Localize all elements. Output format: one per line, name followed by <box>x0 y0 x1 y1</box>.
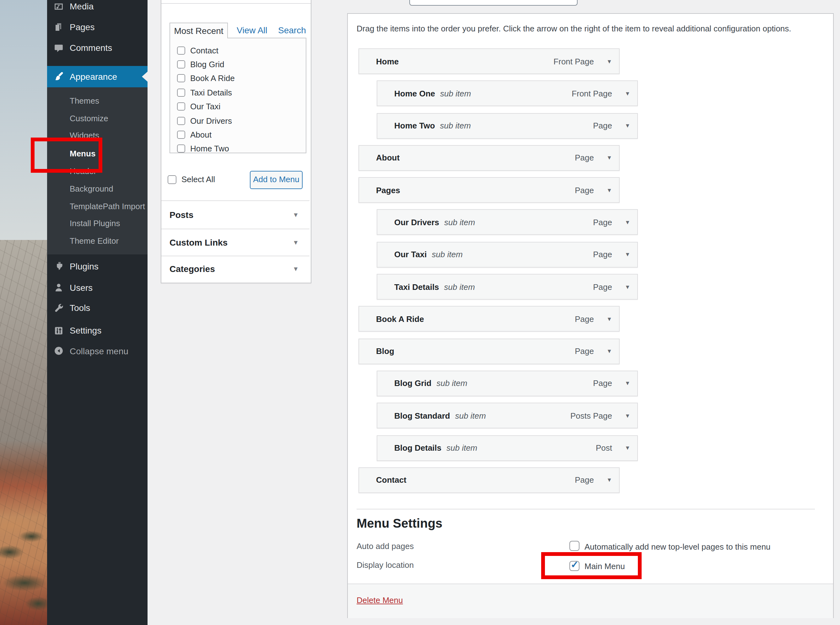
menu-item-label: Home Two sub item <box>394 121 471 131</box>
chevron-down-icon[interactable]: ▼ <box>625 219 630 225</box>
menu-item-type: Page <box>575 347 594 356</box>
auto-add-pages-label: Auto add pages <box>356 541 414 551</box>
delete-menu-link[interactable]: Delete Menu <box>356 595 403 605</box>
select-all-checkbox[interactable] <box>167 175 177 184</box>
menu-item-type: Page <box>593 218 612 227</box>
chevron-down-icon[interactable]: ▼ <box>625 90 630 97</box>
page-checkbox[interactable] <box>177 103 185 111</box>
sidebar-item-background[interactable]: Background <box>47 180 147 198</box>
accordion-posts[interactable]: Posts ▼ <box>161 201 310 228</box>
chevron-down-icon[interactable]: ▼ <box>606 187 612 193</box>
menu-item-bar[interactable]: Blog Page ▼ <box>358 338 620 364</box>
menu-items-list: Home Front Page ▼ Home One sub item Fron… <box>358 48 647 499</box>
page-checkbox[interactable] <box>177 60 185 68</box>
sidebar-item-media[interactable]: Media <box>47 0 147 17</box>
chevron-down-icon[interactable]: ▼ <box>606 58 612 64</box>
main-menu-checkbox[interactable]: ✓ <box>569 561 580 571</box>
menu-item-bar[interactable]: Pages Page ▼ <box>358 177 620 203</box>
chevron-down-icon[interactable]: ▼ <box>625 284 630 290</box>
accordion-categories[interactable]: Categories ▼ <box>161 255 310 282</box>
tab-view-all[interactable]: View All <box>237 23 267 38</box>
sidebar-item-widgets[interactable]: Widgets <box>47 127 147 145</box>
pages-icon <box>53 22 64 32</box>
page-checkbox-row[interactable]: Our Taxi <box>170 100 306 114</box>
menu-item-bar[interactable]: Blog Details sub item Post ▼ <box>377 435 638 461</box>
menu-item-bar[interactable]: Home Two sub item Page ▼ <box>377 113 638 138</box>
menu-item-bar[interactable]: Blog Standard sub item Posts Page ▼ <box>377 403 638 429</box>
sidebar-item-appearance[interactable]: Appearance <box>47 66 147 87</box>
sidebar-item-settings[interactable]: Settings <box>47 320 147 341</box>
media-icon <box>53 2 64 11</box>
menu-item-bar[interactable]: Contact Page ▼ <box>358 467 620 493</box>
menu-settings-heading: Menu Settings <box>356 516 442 531</box>
collapse-arrow-icon <box>53 346 64 356</box>
chevron-down-icon[interactable]: ▼ <box>606 155 612 161</box>
admin-sidebar: Media Pages Comments Appearance Themes C… <box>47 0 147 625</box>
sidebar-item-label: Plugins <box>70 261 99 271</box>
menu-item-name: Blog Details <box>394 443 441 452</box>
menu-panel-footer: Delete Menu <box>348 583 833 618</box>
wordpress-menus-screen: Media Pages Comments Appearance Themes C… <box>0 0 840 625</box>
page-checkbox[interactable] <box>177 75 185 82</box>
chevron-down-icon[interactable]: ▼ <box>625 413 630 419</box>
page-checkbox[interactable] <box>177 89 185 97</box>
sidebar-item-plugins[interactable]: Plugins <box>47 255 147 277</box>
sidebar-item-themes[interactable]: Themes <box>47 92 147 110</box>
page-checkbox-row[interactable]: Home Two <box>170 141 306 153</box>
auto-add-pages-checkbox[interactable] <box>569 541 580 551</box>
select-all-row[interactable]: Select All <box>167 175 215 184</box>
menu-item-sub-tag: sub item <box>436 379 467 388</box>
sidebar-item-comments[interactable]: Comments <box>47 37 147 58</box>
menu-item-label: About <box>376 153 405 163</box>
menu-item-bar[interactable]: Home One sub item Front Page ▼ <box>377 81 638 106</box>
menu-item-bar[interactable]: Home Front Page ▼ <box>358 48 620 74</box>
menu-item-bar[interactable]: Blog Grid sub item Page ▼ <box>377 371 638 396</box>
menu-item-type: Page <box>575 476 594 485</box>
tab-most-recent[interactable]: Most Recent <box>169 23 228 38</box>
sidebar-collapse-menu[interactable]: Collapse menu <box>47 340 147 362</box>
menu-item-bar[interactable]: Our Taxi sub item Page ▼ <box>377 242 638 267</box>
sidebar-item-label: Comments <box>70 43 112 53</box>
page-checkbox[interactable] <box>177 46 185 54</box>
page-checkbox-row[interactable]: Taxi Details <box>170 86 306 100</box>
page-checkbox-row[interactable]: Blog Grid <box>170 58 306 72</box>
chevron-down-icon[interactable]: ▼ <box>606 316 612 322</box>
chevron-down-icon[interactable]: ▼ <box>625 252 630 258</box>
sidebar-item-header[interactable]: Header <box>47 162 147 180</box>
sidebar-item-pages[interactable]: Pages <box>47 16 147 38</box>
menu-item-bar[interactable]: Our Drivers sub item Page ▼ <box>377 210 638 235</box>
sidebar-item-menus[interactable]: Menus <box>47 145 147 162</box>
sidebar-item-label: Appearance <box>70 71 117 81</box>
menu-item-bar[interactable]: Taxi Details sub item Page ▼ <box>377 274 638 300</box>
page-checkbox-row[interactable]: About <box>170 128 306 142</box>
sidebar-item-users[interactable]: Users <box>47 277 147 298</box>
sidebar-item-templatepath-import[interactable]: TemplatePath Import <box>47 197 147 215</box>
menu-item-bar[interactable]: About Page ▼ <box>358 145 620 171</box>
page-checkbox[interactable] <box>177 131 185 139</box>
menu-item-bar[interactable]: Book A Ride Page ▼ <box>358 306 620 332</box>
sidebar-item-theme-editor[interactable]: Theme Editor <box>47 232 147 250</box>
sidebar-item-customize[interactable]: Customize <box>47 110 147 127</box>
menu-item-type: Page <box>593 282 612 291</box>
menu-item-label: Blog Details sub item <box>394 443 477 452</box>
menu-name-input[interactable] <box>409 0 578 6</box>
add-to-menu-button[interactable]: Add to Menu <box>250 171 302 189</box>
page-checkbox-row[interactable]: Contact <box>170 44 306 58</box>
chevron-down-icon[interactable]: ▼ <box>606 348 612 354</box>
sidebar-item-install-plugins[interactable]: Install Plugins <box>47 215 147 232</box>
menu-item-name: Home Two <box>394 121 435 131</box>
chevron-down-icon[interactable]: ▼ <box>625 445 630 451</box>
chevron-down-icon[interactable]: ▼ <box>606 477 612 484</box>
page-checkbox[interactable] <box>177 117 185 125</box>
accordion-custom-links[interactable]: Custom Links ▼ <box>161 229 310 256</box>
sidebar-item-label: Settings <box>70 325 101 336</box>
chevron-down-icon[interactable]: ▼ <box>625 380 630 387</box>
tab-search[interactable]: Search <box>278 23 306 38</box>
page-checkbox[interactable] <box>177 145 185 153</box>
page-checkbox-row[interactable]: Our Drivers <box>170 114 306 128</box>
sidebar-item-tools[interactable]: Tools <box>47 297 147 319</box>
menu-item-label: Blog <box>376 347 399 356</box>
chevron-down-icon[interactable]: ▼ <box>625 123 630 129</box>
page-checkbox-row[interactable]: Book A Ride <box>170 72 306 86</box>
menu-settings-divider <box>356 509 815 510</box>
